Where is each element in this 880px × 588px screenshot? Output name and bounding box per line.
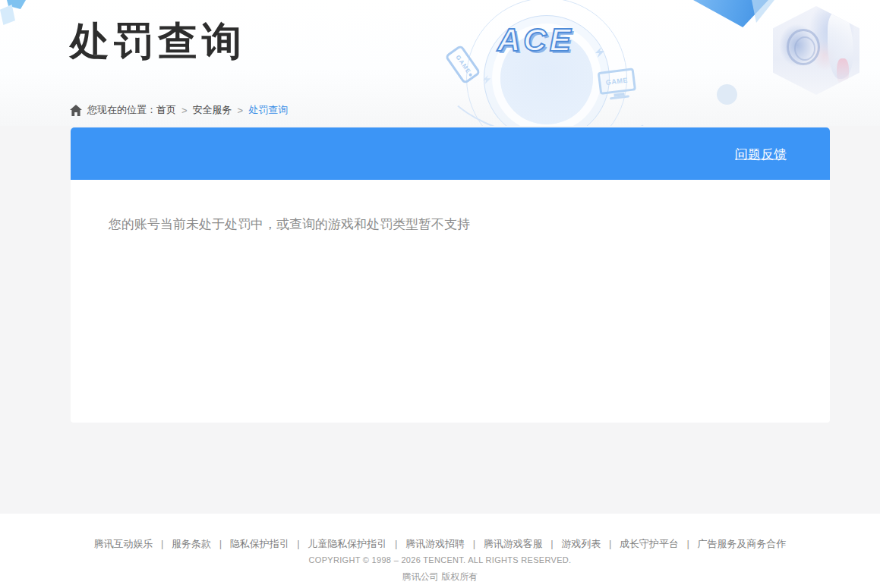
feedback-link[interactable]: 问题反馈 [735, 145, 787, 162]
footer-separator: | [297, 538, 299, 549]
footer-link-game-list[interactable]: 游戏列表 [561, 538, 601, 549]
footer-link-growth-guard[interactable]: 成长守护平台 [620, 538, 679, 549]
page: ACE ACE GAME GAME 处罚查询 [0, 0, 880, 588]
footer-copyright: COPYRIGHT © 1998 – 2026 TENCENT. ALL RIG… [0, 555, 880, 564]
footer-link-privacy[interactable]: 隐私保护指引 [230, 538, 289, 549]
footer-link-child-privacy[interactable]: 儿童隐私保护指引 [308, 538, 386, 549]
character-artwork [773, 6, 859, 95]
game-monitor-label: GAME [605, 76, 628, 86]
footer-link-terms[interactable]: 服务条款 [172, 538, 211, 549]
decor-topright-shade [752, 0, 774, 23]
monitor-screen: GAME [598, 68, 636, 95]
lightning-icon [595, 47, 606, 58]
footer-link-recruitment[interactable]: 腾讯游戏招聘 [405, 538, 465, 549]
footer-separator: | [550, 538, 553, 549]
decor-dot [717, 84, 737, 105]
ace-logo-text: ACE [497, 22, 574, 58]
footer-link-ad-business[interactable]: 广告服务及商务合作 [698, 538, 787, 549]
footer-separator: | [687, 538, 689, 549]
footer-links: 腾讯互动娱乐 | 服务条款 | 隐私保护指引 | 儿童隐私保护指引 | 腾讯游戏… [0, 514, 880, 551]
footer-company: 腾讯公司 版权所有 [0, 571, 880, 583]
footer-link-tencent-games[interactable]: 腾讯互动娱乐 [93, 538, 153, 549]
footer: 腾讯互动娱乐 | 服务条款 | 隐私保护指引 | 儿童隐私保护指引 | 腾讯游戏… [0, 514, 880, 588]
query-banner: 问题反馈 [71, 127, 830, 180]
footer-separator: | [395, 538, 397, 549]
breadcrumb-separator: > [238, 105, 244, 116]
footer-link-customer-service[interactable]: 腾讯游戏客服 [484, 538, 543, 549]
result-message: 您的账号当前未处于处罚中，或查询的游戏和处罚类型暂不支持 [71, 180, 830, 233]
monitor-base [610, 95, 629, 99]
phone-home-button [468, 73, 472, 77]
main-content: 问题反馈 您的账号当前未处于处罚中，或查询的游戏和处罚类型暂不支持 [71, 127, 830, 423]
character-clothing-accent [837, 58, 849, 84]
page-title: 处罚查询 [70, 15, 246, 68]
breadcrumb: 您现在的位置： 首页 > 安全服务 > 处罚查询 [70, 103, 288, 117]
decor-topleft-polygon-light [0, 5, 15, 25]
ace-logo: ACE ACE [492, 17, 598, 62]
character-ornament [787, 29, 820, 65]
footer-separator: | [219, 538, 222, 549]
breadcrumb-security-service[interactable]: 安全服务 [193, 103, 232, 117]
breadcrumb-prefix: 您现在的位置： [87, 103, 156, 117]
breadcrumb-separator: > [181, 105, 188, 116]
footer-separator: | [161, 538, 163, 549]
footer-separator: | [609, 538, 611, 549]
breadcrumb-current-page[interactable]: 处罚查询 [248, 103, 288, 117]
result-panel: 您的账号当前未处于处罚中，或查询的游戏和处罚类型暂不支持 [71, 180, 830, 423]
game-phone-label: GAME [454, 54, 472, 75]
lightning-icon [483, 75, 492, 84]
home-icon[interactable] [70, 105, 82, 116]
game-monitor-icon: GAME [598, 68, 639, 102]
breadcrumb-home[interactable]: 首页 [156, 103, 176, 117]
footer-separator: | [473, 538, 475, 549]
